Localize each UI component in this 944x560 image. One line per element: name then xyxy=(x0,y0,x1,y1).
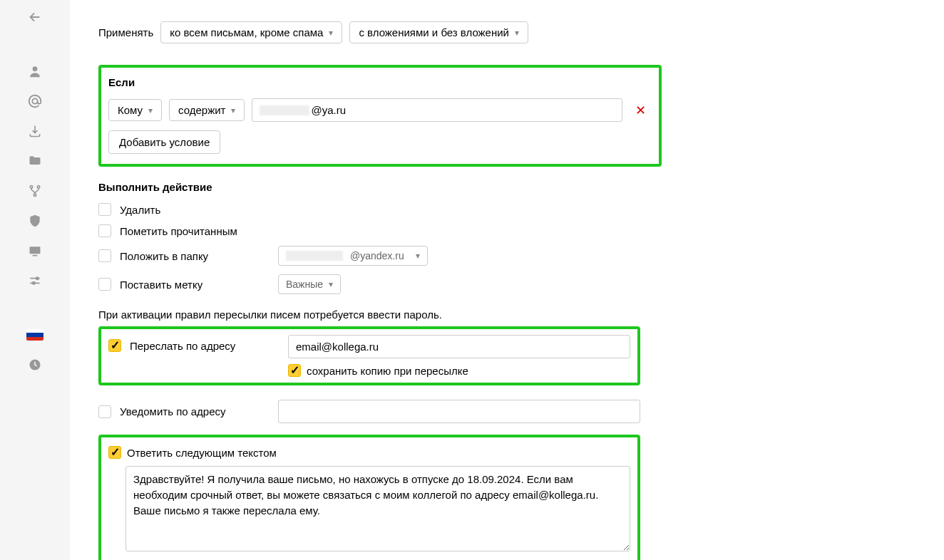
chevron-down-icon: ▾ xyxy=(416,251,420,261)
autoreply-checkbox[interactable] xyxy=(108,446,121,459)
chevron-down-icon: ▾ xyxy=(148,105,153,115)
delete-condition-button[interactable]: ✕ xyxy=(630,103,652,118)
svg-point-8 xyxy=(33,282,35,284)
user-icon[interactable] xyxy=(25,61,45,81)
autoreply-label: Ответить следующим текстом xyxy=(127,447,277,459)
sliders-icon[interactable] xyxy=(25,271,45,291)
delete-checkbox[interactable] xyxy=(98,203,111,216)
apply-scope-dropdown[interactable]: ко всем письмам, кроме спама ▾ xyxy=(160,21,342,43)
apply-row: Применять ко всем письмам, кроме спама ▾… xyxy=(98,21,915,43)
redacted-text xyxy=(286,251,343,261)
chevron-down-icon: ▾ xyxy=(329,279,333,289)
back-icon[interactable] xyxy=(25,7,45,27)
forward-label: Переслать по адресу xyxy=(130,340,235,352)
apply-label: Применять xyxy=(98,26,153,38)
notify-address-input[interactable] xyxy=(278,400,640,423)
savecopy-label: сохранить копию при пересылке xyxy=(307,365,468,377)
savecopy-checkbox[interactable] xyxy=(288,364,301,377)
condition-title: Если xyxy=(108,76,652,88)
action-move-row: Положить в папку @yandex.ru ▾ xyxy=(98,246,915,266)
action-label-row: Поставить метку Важные ▾ xyxy=(98,274,915,294)
condition-field-dropdown[interactable]: Кому ▾ xyxy=(108,99,162,121)
notify-row: Уведомить по адресу xyxy=(98,400,640,423)
download-icon[interactable] xyxy=(25,121,45,141)
notify-checkbox[interactable] xyxy=(98,405,111,418)
label-tag-dropdown[interactable]: Важные ▾ xyxy=(278,274,341,294)
chevron-down-icon: ▾ xyxy=(329,28,333,38)
forward-hint: При активации правил пересылки писем пот… xyxy=(98,308,915,321)
autoreply-box: Ответить следующим текстом xyxy=(98,435,640,560)
move-label: Положить в папку xyxy=(120,250,208,262)
move-folder-dropdown[interactable]: @yandex.ru ▾ xyxy=(278,246,428,266)
condition-value-input[interactable]: @ya.ru xyxy=(252,98,622,122)
condition-field-value: Кому xyxy=(118,104,143,116)
monitor-icon[interactable] xyxy=(25,241,45,261)
svg-rect-5 xyxy=(30,247,41,254)
markread-checkbox[interactable] xyxy=(98,224,111,237)
condition-operator-dropdown[interactable]: содержит ▾ xyxy=(169,99,245,121)
condition-row: Кому ▾ содержит ▾ @ya.ru ✕ xyxy=(108,98,652,122)
autoreply-textarea[interactable] xyxy=(125,466,630,551)
chevron-down-icon: ▾ xyxy=(515,28,519,38)
forward-checkbox[interactable] xyxy=(108,339,121,352)
move-folder-suffix: @yandex.ru xyxy=(350,250,404,261)
label-checkbox[interactable] xyxy=(98,278,111,291)
apply-attachments-value: с вложениями и без вложений xyxy=(359,26,509,38)
condition-value-suffix: @ya.ru xyxy=(311,104,346,116)
sidebar xyxy=(0,0,70,560)
actions-title: Выполнить действие xyxy=(98,181,915,193)
svg-rect-6 xyxy=(33,255,38,256)
apply-attachments-dropdown[interactable]: с вложениями и без вложений ▾ xyxy=(349,21,528,43)
svg-point-3 xyxy=(37,186,39,188)
action-markread-row: Пометить прочитанным xyxy=(98,224,915,237)
move-checkbox[interactable] xyxy=(98,249,111,262)
shield-icon[interactable] xyxy=(25,211,45,231)
fork-icon[interactable] xyxy=(25,181,45,201)
at-icon[interactable] xyxy=(25,91,45,111)
svg-point-7 xyxy=(36,277,39,279)
svg-point-4 xyxy=(34,194,36,196)
delete-label: Удалить xyxy=(120,204,160,216)
condition-box: Если Кому ▾ содержит ▾ @ya.ru ✕ Добавить… xyxy=(98,65,662,167)
clock-icon[interactable] xyxy=(25,355,45,375)
redacted-text xyxy=(260,105,309,115)
forward-savecopy-row: сохранить копию при пересылке xyxy=(288,364,630,377)
chevron-down-icon: ▾ xyxy=(231,105,235,115)
folder-icon[interactable] xyxy=(25,151,45,171)
forward-box: Переслать по адресу сохранить копию при … xyxy=(98,326,640,385)
svg-point-2 xyxy=(30,186,32,188)
condition-operator-value: содержит xyxy=(178,104,225,116)
svg-point-1 xyxy=(32,98,37,103)
markread-label: Пометить прочитанным xyxy=(120,225,237,237)
forward-address-input[interactable] xyxy=(288,335,630,358)
apply-scope-value: ко всем письмам, кроме спама xyxy=(170,26,323,38)
add-condition-button[interactable]: Добавить условие xyxy=(108,130,220,154)
notify-label: Уведомить по адресу xyxy=(120,405,226,418)
label-label: Поставить метку xyxy=(120,279,202,291)
action-delete-row: Удалить xyxy=(98,203,915,216)
main-content: Применять ко всем письмам, кроме спама ▾… xyxy=(70,0,944,560)
svg-point-0 xyxy=(33,66,38,71)
label-tag-value: Важные xyxy=(286,279,323,290)
flag-ru-icon[interactable] xyxy=(25,325,45,345)
